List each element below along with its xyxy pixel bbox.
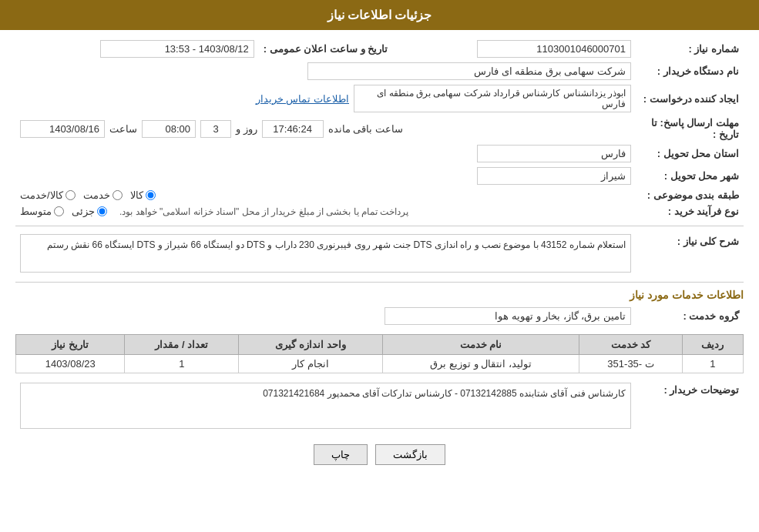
page-header: جزئیات اطلاعات نیاز bbox=[0, 0, 759, 30]
row-gorohe-khadamat: گروه خدمت : تامین برق، گاز، بخار و تهویه… bbox=[15, 304, 744, 328]
radio-input-motavasset[interactable] bbox=[54, 206, 64, 216]
label-gorohe-khadamat: گروه خدمت : bbox=[636, 304, 744, 328]
naw-farayand-note: پرداخت تمام یا بخشی از مبلغ خریدار از مح… bbox=[119, 206, 408, 217]
value-tawzih: کارشناس فنی آقای شتابنده 07132142885 - ک… bbox=[15, 380, 636, 432]
label-tawzih: توضیحات خریدار : bbox=[636, 380, 744, 432]
row-shomare-tarikh: شماره نیاز : 1103001046000701 تاریخ و سا… bbox=[15, 38, 744, 60]
radio-kala[interactable]: کالا bbox=[130, 189, 156, 201]
col-tedad: تعداد / مقدار bbox=[125, 335, 239, 355]
khadamat-section-title: اطلاعات خدمات مورد نیاز bbox=[15, 289, 744, 301]
col-tarikh: تاریخ نیاز bbox=[16, 335, 125, 355]
table-row: 1 ت -35-351 تولید، انتقال و توزیع برق ان… bbox=[16, 355, 744, 373]
tawzih-box: کارشناس فنی آقای شتابنده 07132142885 - ک… bbox=[20, 383, 631, 429]
col-kod: کد خدمت bbox=[579, 335, 682, 355]
divider-1 bbox=[15, 226, 744, 226]
main-content: شماره نیاز : 1103001046000701 تاریخ و سا… bbox=[0, 30, 759, 480]
radio-khadamat[interactable]: خدمت bbox=[83, 189, 123, 201]
label-motavasset: متوسط bbox=[20, 206, 52, 217]
row-tawzih: توضیحات خریدار : کارشناس فنی آقای شتابند… bbox=[15, 380, 744, 432]
value-tarikh-elan: 1403/08/12 - 13:53 bbox=[15, 38, 259, 60]
col-nam: نام خدمت bbox=[382, 335, 579, 355]
services-table-header: ردیف کد خدمت نام خدمت واحد اندازه گیری ت… bbox=[16, 335, 744, 355]
ostan-box: فارس bbox=[477, 145, 631, 162]
cell-wahed: انجام کار bbox=[239, 355, 382, 373]
label-sharh-niaz: شرح کلی نیاز : bbox=[636, 231, 744, 276]
tarikh-elan-box: 1403/08/12 - 13:53 bbox=[100, 40, 254, 58]
row-nam-dastgah: نام دستگاه خریدار : شرکت سهامی برق منطقه… bbox=[15, 60, 744, 82]
label-naw-farayand: نوع فرآیند خرید : bbox=[636, 203, 744, 219]
back-button[interactable]: بازگشت bbox=[375, 444, 445, 465]
services-table-body: 1 ت -35-351 تولید، انتقال و توزیع برق ان… bbox=[16, 355, 744, 373]
value-gorohe-khadamat: تامین برق، گاز، بخار و تهویه هوا bbox=[15, 304, 636, 328]
radio-jozi[interactable]: جزئی bbox=[72, 206, 107, 217]
value-naw-farayand: متوسط جزئی پرداخت تمام یا بخشی از مبلغ خ… bbox=[15, 203, 636, 219]
nam-dastgah-box: شرکت سهامی برق منطقه ای فارس bbox=[307, 62, 631, 80]
value-shomare-niaz: 1103001046000701 bbox=[392, 38, 636, 60]
cell-radif: 1 bbox=[682, 355, 743, 373]
button-row: بازگشت چاپ bbox=[15, 444, 744, 465]
row-mohlat: مهلت ارسال پاسخ: تا تاریخ : 1403/08/16 س… bbox=[15, 115, 744, 142]
label-saat: ساعت bbox=[109, 123, 137, 135]
page-title: جزئیات اطلاعات نیاز bbox=[327, 8, 432, 22]
mohlat-date-box: 1403/08/16 bbox=[20, 120, 105, 138]
radio-kala-khadamat[interactable]: کالا/خدمت bbox=[20, 189, 76, 201]
radio-input-khadamat[interactable] bbox=[113, 190, 123, 200]
value-mohlat: 1403/08/16 ساعت 08:00 3 روز و 17:46:24 س… bbox=[15, 115, 636, 142]
mohlat-time-box: 08:00 bbox=[142, 120, 196, 138]
cell-tarikh: 1403/08/23 bbox=[16, 355, 125, 373]
mohlat-roz-box: 3 bbox=[200, 120, 231, 138]
main-info-table: شماره نیاز : 1103001046000701 تاریخ و سا… bbox=[15, 38, 744, 219]
value-ijad-konande: ابوذر یزدانشناس کارشناس قرارداد شرکت سها… bbox=[15, 82, 636, 115]
shomare-niaz-box: 1103001046000701 bbox=[477, 40, 631, 58]
label-ijad-konande: ایجاد کننده درخواست : bbox=[636, 82, 744, 115]
cell-kod: ت -35-351 bbox=[579, 355, 682, 373]
page-container: جزئیات اطلاعات نیاز شماره نیاز : 1103001… bbox=[0, 0, 759, 532]
ettelaat-tamas-link[interactable]: اطلاعات تماس خریدار bbox=[256, 93, 349, 105]
col-radif: ردیف bbox=[682, 335, 743, 355]
label-tarikh-elan: تاریخ و ساعت اعلان عمومی : bbox=[259, 38, 392, 60]
row-ijad-konande: ایجاد کننده درخواست : ابوذر یزدانشناس کا… bbox=[15, 82, 744, 115]
col-wahed: واحد اندازه گیری bbox=[239, 335, 382, 355]
radio-input-jozi[interactable] bbox=[97, 206, 107, 216]
label-ostan: استان محل تحویل : bbox=[636, 142, 744, 165]
ijad-konande-box: ابوذر یزدانشناس کارشناس قرارداد شرکت سها… bbox=[354, 85, 631, 112]
cell-nam: تولید، انتقال و توزیع برق bbox=[382, 355, 579, 373]
sharh-niaz-table: شرح کلی نیاز : استعلام شماره 43152 با مو… bbox=[15, 231, 744, 276]
radio-input-kala-khadamat[interactable] bbox=[65, 190, 76, 200]
divider-2 bbox=[15, 282, 744, 283]
value-ostan: فارس bbox=[15, 142, 636, 165]
radio-motavasset[interactable]: متوسط bbox=[20, 206, 64, 217]
label-shahr: شهر محل تحویل : bbox=[636, 165, 744, 187]
label-kala-khadamat: کالا/خدمت bbox=[20, 189, 63, 201]
shahr-box: شیراز bbox=[477, 167, 631, 185]
row-tabaqebandi: طبقه بندی موضوعی : کالا/خدمت خدمت کالا bbox=[15, 187, 744, 203]
value-sharh-niaz: استعلام شماره 43152 با موضوع نصب و راه ا… bbox=[15, 231, 636, 276]
label-roz: روز و bbox=[236, 123, 257, 135]
label-shomare-niaz: شماره نیاز : bbox=[636, 38, 744, 60]
row-ostan: استان محل تحویل : فارس bbox=[15, 142, 744, 165]
label-kala: کالا bbox=[130, 189, 143, 201]
label-nam-dastgah: نام دستگاه خریدار : bbox=[636, 60, 744, 82]
label-khadamat: خدمت bbox=[83, 189, 110, 201]
row-naw-farayand: نوع فرآیند خرید : متوسط جزئی bbox=[15, 203, 744, 219]
radio-input-kala[interactable] bbox=[146, 190, 156, 200]
row-sharh-niaz: شرح کلی نیاز : استعلام شماره 43152 با مو… bbox=[15, 231, 744, 276]
print-button[interactable]: چاپ bbox=[314, 444, 368, 465]
tawzih-table: توضیحات خریدار : کارشناس فنی آقای شتابند… bbox=[15, 380, 744, 432]
sharh-niaz-box: استعلام شماره 43152 با موضوع نصب و راه ا… bbox=[20, 234, 631, 273]
label-mohlat: مهلت ارسال پاسخ: تا تاریخ : bbox=[636, 115, 744, 142]
gorohe-khadamat-box: تامین برق، گاز، بخار و تهویه هوا bbox=[385, 307, 631, 325]
label-tabaqebandi: طبقه بندی موضوعی : bbox=[636, 187, 744, 203]
row-shahr: شهر محل تحویل : شیراز bbox=[15, 165, 744, 187]
label-jozi: جزئی bbox=[72, 206, 95, 217]
services-table: ردیف کد خدمت نام خدمت واحد اندازه گیری ت… bbox=[15, 334, 744, 373]
mohlat-remaining-box: 17:46:24 bbox=[262, 120, 324, 138]
label-remaining: ساعت باقی مانده bbox=[328, 123, 403, 135]
cell-tedad: 1 bbox=[125, 355, 239, 373]
value-nam-dastgah: شرکت سهامی برق منطقه ای فارس bbox=[15, 60, 636, 82]
value-shahr: شیراز bbox=[15, 165, 636, 187]
value-tabaqebandi: کالا/خدمت خدمت کالا bbox=[15, 187, 636, 203]
gorohe-khadamat-table: گروه خدمت : تامین برق، گاز، بخار و تهویه… bbox=[15, 304, 744, 328]
